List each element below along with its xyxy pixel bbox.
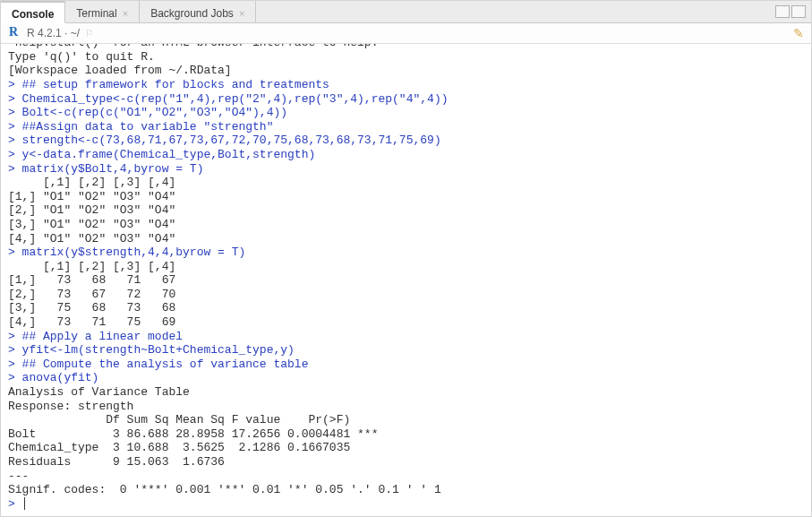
- console-line: Residuals 9 15.063 1.6736: [8, 455, 804, 470]
- script-icon[interactable]: ⚐: [85, 28, 94, 39]
- console-line: > Bolt<-c(rep(c("O1","O2","O3","O4"),4)): [8, 106, 804, 120]
- cursor: [24, 497, 25, 510]
- r-version-label: R 4.2.1 · ~/: [27, 27, 80, 39]
- console-line: > yfit<-lm(strength~Bolt+Chemical_type,y…: [8, 343, 804, 358]
- console-line: [,1] [,2] [,3] [,4]: [8, 260, 804, 274]
- console-line: Type 'q()' to quit R.: [8, 50, 804, 65]
- console-line: [2,] "O1" "O2" "O3" "O4": [8, 203, 804, 218]
- clear-console-icon[interactable]: ✎: [793, 26, 804, 40]
- console-line: Bolt 3 86.688 28.8958 17.2656 0.0004481 …: [8, 427, 804, 442]
- console-line: [3,] 75 68 73 68: [8, 301, 804, 315]
- console-line: [1,] "O1" "O2" "O3" "O4": [8, 190, 804, 204]
- console-line: [Workspace loaded from ~/.RData]: [8, 64, 804, 78]
- console-line: > ## setup framework for blocks and trea…: [8, 78, 804, 92]
- maximize-pane-button[interactable]: [791, 5, 806, 18]
- console-line: [1,] 73 68 71 67: [8, 273, 804, 288]
- console-line: > ## Apply a linear model: [8, 330, 804, 344]
- console-line: > matrix(y$strength,4,4,byrow = T): [8, 246, 804, 260]
- console-line: Df Sum Sq Mean Sq F value Pr(>F): [8, 413, 804, 427]
- tab-console-label: Console: [12, 8, 54, 21]
- console-line: > anova(yfit): [8, 371, 804, 385]
- r-logo-icon: [8, 27, 21, 40]
- close-icon[interactable]: ×: [123, 8, 128, 19]
- console-line: 'help.start()' for an HTML browser inter…: [8, 44, 804, 50]
- window-controls: [775, 1, 811, 22]
- console-line: > ## Compute the analysis of variance ta…: [8, 358, 804, 372]
- tab-terminal-label: Terminal: [76, 7, 116, 20]
- console-line: > matrix(y$Bolt,4,byrow = T): [8, 162, 804, 177]
- console-line: [3,] "O1" "O2" "O3" "O4": [8, 218, 804, 232]
- console-line: Response: strength: [8, 400, 804, 414]
- tab-background-jobs[interactable]: Background Jobs ×: [140, 1, 256, 22]
- console-line: [4,] 73 71 75 69: [8, 315, 804, 330]
- console-line: Chemical_type 3 10.688 3.5625 2.1286 0.1…: [8, 441, 804, 455]
- console-line: > strength<-c(73,68,71,67,73,67,72,70,75…: [8, 134, 804, 148]
- close-icon[interactable]: ×: [239, 8, 244, 19]
- console-pane: Console Terminal × Background Jobs × R 4…: [0, 0, 812, 517]
- tab-console[interactable]: Console: [1, 1, 65, 23]
- console-line: > y<-data.frame(Chemical_type,Bolt,stren…: [8, 148, 804, 162]
- console-prompt[interactable]: >: [8, 497, 804, 512]
- console-line: Signif. codes: 0 '***' 0.001 '**' 0.01 '…: [8, 483, 804, 497]
- minimize-pane-button[interactable]: [775, 5, 790, 18]
- console-line: ---: [8, 470, 804, 484]
- console-line: [4,] "O1" "O2" "O3" "O4": [8, 232, 804, 246]
- console-line: Analysis of Variance Table: [8, 385, 804, 400]
- console-line: [,1] [,2] [,3] [,4]: [8, 176, 804, 190]
- console-line: > Chemical_type<-c(rep("1",4),rep("2",4)…: [8, 92, 804, 107]
- tab-bar: Console Terminal × Background Jobs ×: [1, 1, 811, 23]
- tab-jobs-label: Background Jobs: [150, 7, 234, 20]
- console-line: [2,] 73 67 72 70: [8, 288, 804, 302]
- console-line: > ##Assign data to variable "strength": [8, 120, 804, 134]
- console-info-bar: R 4.2.1 · ~/ ⚐ ✎: [1, 23, 811, 44]
- console-output[interactable]: citation() on now to cite R or R package…: [1, 44, 811, 516]
- tab-terminal[interactable]: Terminal ×: [65, 1, 140, 22]
